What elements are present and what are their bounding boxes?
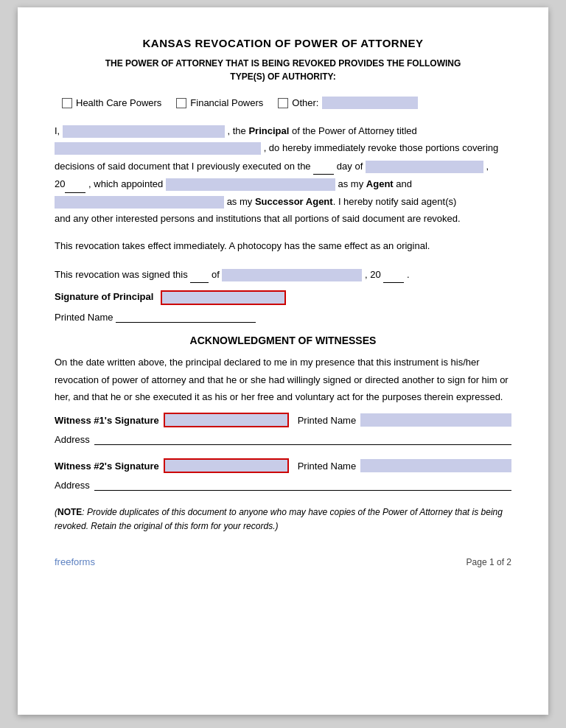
health-care-checkbox-item[interactable]: Health Care Powers xyxy=(62,97,161,108)
acknowledgment-title: ACKNOWLEDGMENT OF WITNESSES xyxy=(55,335,511,346)
witness2-printed-label: Printed Name xyxy=(298,461,356,472)
witness2-address-row: Address xyxy=(55,479,511,491)
note-bold: NOTE xyxy=(57,507,82,517)
witness2-sig-field[interactable] xyxy=(164,458,289,473)
page-number: Page 1 of 2 xyxy=(467,557,511,567)
health-care-checkbox[interactable] xyxy=(62,98,72,108)
principal-bold: Principal xyxy=(248,125,289,136)
witness2-sig-row: Witness #2's Signature Printed Name xyxy=(55,458,511,473)
brand-label: freeforms xyxy=(55,556,95,567)
witness2-address-label: Address xyxy=(55,480,90,491)
principal-sig-section: Signature of Principal xyxy=(55,290,511,305)
document-page: KANSAS REVOCATION OF POWER OF ATTORNEY T… xyxy=(18,7,548,715)
sign-year-field[interactable] xyxy=(383,265,404,283)
witness1-address-field[interactable] xyxy=(94,433,511,445)
witness2-printed-name-field[interactable] xyxy=(360,459,511,472)
month-year-field[interactable] xyxy=(366,161,483,173)
poa-title-field[interactable] xyxy=(55,142,261,155)
successor-bold-label: Successor Agent xyxy=(255,196,333,207)
witness1-address-label: Address xyxy=(55,434,90,445)
successor-agent-field[interactable] xyxy=(55,196,224,209)
witness1-printed-name-field[interactable] xyxy=(360,413,511,427)
other-checkbox-item[interactable]: Other: xyxy=(278,97,418,109)
year-field[interactable] xyxy=(65,175,85,192)
witness2-sig-label: Witness #2's Signature xyxy=(55,461,159,472)
witness1-sig-row: Witness #1's Signature Printed Name xyxy=(55,413,511,427)
health-care-label: Health Care Powers xyxy=(76,97,161,108)
document-title: KANSAS REVOCATION OF POWER OF ATTORNEY xyxy=(55,37,511,49)
sign-day-field[interactable] xyxy=(190,265,209,283)
witness1-address-row: Address xyxy=(55,433,511,445)
witness1-sig-field[interactable] xyxy=(164,413,289,427)
signing-line: This revocation was signed this of , 20 … xyxy=(55,265,511,283)
agent-name-field[interactable] xyxy=(166,178,335,191)
other-checkbox[interactable] xyxy=(278,98,288,108)
principal-sig-field[interactable] xyxy=(161,290,286,305)
principal-printed-name-field[interactable] xyxy=(116,311,256,323)
financial-label: Financial Powers xyxy=(190,97,263,108)
page-footer: freeforms Page 1 of 2 xyxy=(55,556,511,567)
document-subtitle: THE POWER OF ATTORNEY THAT IS BEING REVO… xyxy=(55,57,511,83)
acknowledgment-text: On the date written above, the principal… xyxy=(55,354,511,405)
agent-bold-label: Agent xyxy=(366,178,394,189)
principal-name-field[interactable] xyxy=(63,125,225,138)
principal-printed-name-row: Printed Name xyxy=(55,311,511,323)
witness2-address-field[interactable] xyxy=(94,479,511,491)
sig-principal-label: Signature of Principal xyxy=(55,292,153,303)
witness1-sig-label: Witness #1's Signature xyxy=(55,415,159,426)
other-label: Other: xyxy=(292,97,318,108)
i-label: I, xyxy=(55,125,60,136)
authority-checkboxes: Health Care Powers Financial Powers Othe… xyxy=(62,97,511,109)
printed-name-label: Printed Name xyxy=(55,312,113,323)
note-text: : Provide duplicates of this document to… xyxy=(55,507,503,531)
revocation-effect-text: This revocation takes effect immediately… xyxy=(55,237,511,254)
witness1-printed-label: Printed Name xyxy=(298,415,356,426)
sign-month-field[interactable] xyxy=(222,269,362,281)
financial-checkbox[interactable] xyxy=(176,98,186,108)
financial-checkbox-item[interactable]: Financial Powers xyxy=(176,97,263,108)
other-input[interactable] xyxy=(322,97,418,109)
day-field[interactable] xyxy=(313,157,334,175)
note-section: (NOTE: Provide duplicates of this docume… xyxy=(55,505,511,533)
revocation-body: I, , the Principal of the Power of Attor… xyxy=(55,122,511,227)
